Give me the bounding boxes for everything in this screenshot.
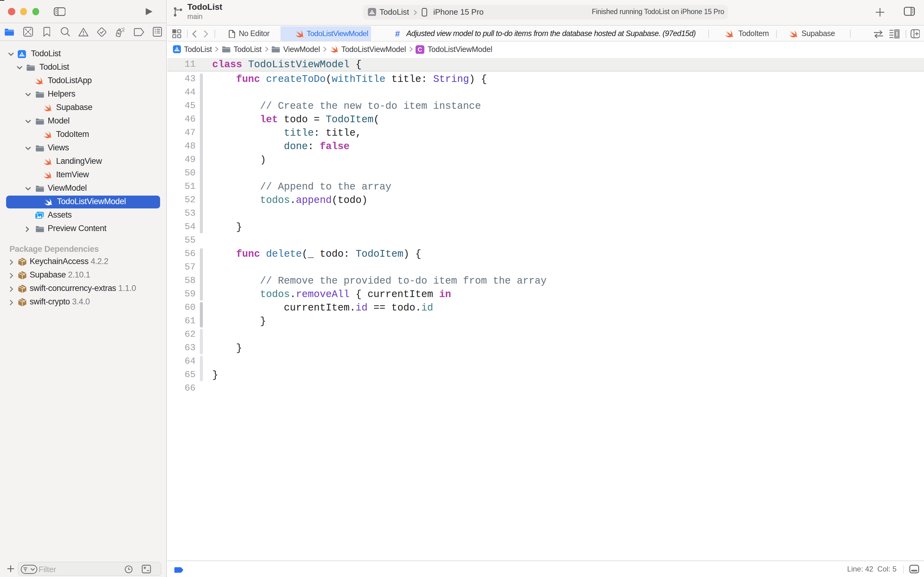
svg-text:C: C bbox=[418, 46, 423, 53]
